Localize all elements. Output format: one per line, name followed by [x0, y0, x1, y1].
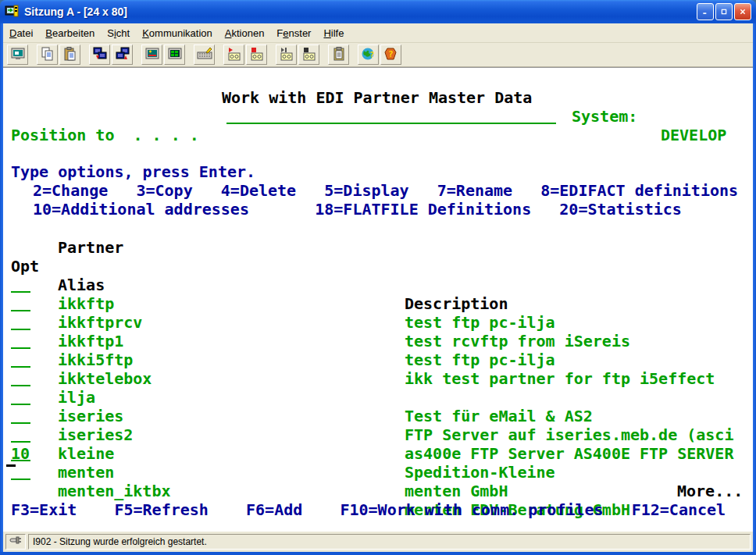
partner-row: ilja Test für eMail & AS2 — [3, 350, 753, 369]
macro-stop-button[interactable] — [298, 44, 319, 65]
web-help-button[interactable]: ? — [358, 44, 379, 65]
paste-button[interactable] — [59, 44, 80, 65]
minimize-button[interactable] — [697, 3, 714, 20]
session-app-icon — [5, 4, 20, 20]
web-help-icon: ? — [361, 46, 376, 64]
window-border-left — [0, 23, 3, 552]
connection-icon — [9, 534, 22, 550]
macro-step-button[interactable] — [276, 44, 297, 65]
menu-bearbeiten[interactable]: Bearbeiten — [39, 25, 101, 41]
title-bar: Sitzung A - [24 x 80] — [0, 0, 756, 23]
options-line-2: 10=Additional addresses 18=FLATFILE Defi… — [33, 200, 682, 219]
header-partner-row: Partner — [3, 219, 753, 238]
macro-record-button[interactable] — [246, 44, 267, 65]
close-button[interactable] — [734, 3, 751, 20]
header-row: Opt Alias Description — [3, 238, 753, 257]
partner-row: ikkftp1 test ftp pc-ilja — [3, 294, 753, 313]
clipboard-button[interactable] — [328, 44, 349, 65]
position-to-label: Position to . . . . — [11, 126, 199, 144]
macro-stop-icon — [301, 46, 317, 64]
copy-icon — [40, 46, 55, 64]
screen-title-row: Work with EDI Partner Master Data — [3, 69, 753, 88]
svg-text:?: ? — [388, 49, 394, 59]
clipboard-icon — [331, 46, 347, 64]
partner-row: ikktelebox — [3, 332, 753, 350]
partner-row: kleine Spedition-Kleine — [3, 407, 753, 425]
send-file-icon — [92, 46, 108, 64]
session-button[interactable] — [7, 44, 28, 65]
svg-text:?: ? — [369, 50, 375, 60]
options-row-1: 2=Change 3=Copy 4=Delete 5=Display 7=Ren… — [3, 162, 753, 181]
toolbar: ? ? — [3, 43, 753, 67]
paste-icon — [62, 46, 78, 64]
partner-row: ikkftprcv test rcvftp from iSereis — [3, 276, 753, 294]
menu-hilfe[interactable]: Hilfe — [317, 25, 350, 41]
position-to-input[interactable] — [226, 123, 556, 124]
copy-button[interactable] — [37, 44, 58, 65]
terminal-screen: Work with EDI Partner Master Data System… — [3, 67, 753, 532]
connection-panel — [5, 534, 26, 550]
instructions-row: Type options, press Enter. — [3, 144, 753, 162]
partner-row: 10 menten menten GmbH — [3, 425, 753, 444]
macro-step-icon — [279, 46, 294, 64]
menu-fenster[interactable]: Fenster — [270, 25, 317, 41]
keyboard-setup-button[interactable] — [194, 44, 215, 65]
color-setup-button[interactable] — [164, 44, 185, 65]
help-button[interactable]: ? — [380, 44, 401, 65]
status-bar: I902 - Sitzung wurde erfolgreich gestart… — [3, 532, 753, 552]
window-border-bottom — [0, 552, 756, 555]
window-border-right — [753, 23, 756, 552]
more-row: More... — [3, 463, 753, 482]
menu-aktionen[interactable]: Aktionen — [219, 25, 271, 41]
partner-row: menten_iktbx menten EDV-Beratung GmbH — [3, 444, 753, 463]
help-icon: ? — [383, 46, 399, 64]
session-icon — [10, 46, 26, 64]
macro-play-button[interactable] — [223, 44, 244, 65]
keyboard-setup-icon — [197, 46, 212, 64]
options-row-2: 10=Additional addresses 18=FLATFILE Defi… — [3, 181, 753, 200]
status-message: I902 - Sitzung wurde erfolgreich gestart… — [28, 534, 751, 550]
color-setup-icon — [167, 46, 183, 64]
menu-datei[interactable]: Datei — [3, 25, 39, 41]
system-row: System: DEVELOP — [3, 88, 753, 107]
partner-row: iseries FTP Server auf iseries.meb.de (a… — [3, 369, 753, 388]
maximize-button[interactable] — [715, 3, 733, 20]
partner-row: ikki5ftp ikk test partner for ftp i5effe… — [3, 313, 753, 332]
position-to-row: Position to . . . . — [3, 107, 753, 126]
send-file-button[interactable] — [89, 44, 110, 65]
emulator-window: Sitzung A - [24 x 80] Datei Bearbeiten S… — [0, 0, 756, 555]
macro-record-icon — [249, 46, 265, 64]
menu-bar: Datei Bearbeiten Sicht Kommunikation Akt… — [3, 23, 753, 43]
menu-kommunikation[interactable]: Kommunikation — [136, 25, 219, 41]
macro-play-icon — [226, 46, 242, 64]
receive-file-button[interactable] — [112, 44, 133, 65]
display-setup-button[interactable] — [141, 44, 162, 65]
partner-row: ikkftp test ftp pc-ilja — [3, 257, 753, 276]
receive-file-icon — [115, 46, 130, 64]
system-value: DEVELOP — [661, 126, 726, 144]
partner-row: iseries2 as400e FTP Server AS400E FTP SE… — [3, 388, 753, 407]
fkeys-line: F3=Exit F5=Refresh F6=Add F10=Work with … — [11, 500, 726, 519]
display-setup-icon — [144, 46, 160, 64]
window-title: Sitzung A - [24 x 80] — [24, 5, 127, 18]
fkeys-row: F3=Exit F5=Refresh F6=Add F10=Work with … — [3, 482, 753, 500]
menu-sicht[interactable]: Sicht — [101, 25, 136, 41]
